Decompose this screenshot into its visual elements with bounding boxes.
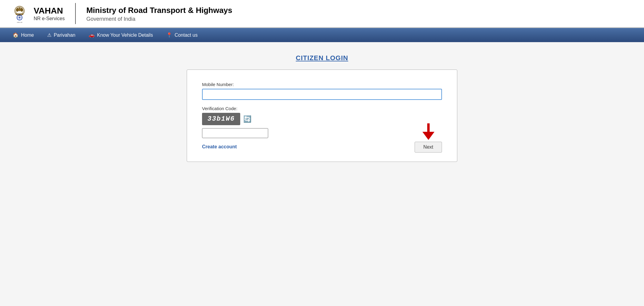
login-card: Mobile Number: Verification Code: 33b1W6… [187, 70, 457, 162]
vahan-brand: VAHAN NR e-Services [34, 6, 65, 21]
logo-area: सत्यमेव जयते VAHAN NR e-Services [9, 3, 65, 24]
verification-group: Verification Code: 33b1W6 🔄 [202, 106, 442, 138]
nav-contact-label: Contact us [175, 32, 198, 38]
ministry-info: Ministry of Road Transport & Highways Go… [86, 5, 232, 22]
home-icon: 🏠 [13, 32, 19, 38]
captcha-row: 33b1W6 🔄 [202, 113, 442, 125]
mobile-label: Mobile Number: [202, 82, 442, 87]
nav-contact[interactable]: 📍 Contact us [160, 28, 204, 42]
form-footer: Create account Next [202, 144, 442, 150]
next-button[interactable]: Next [415, 142, 442, 153]
create-account-link[interactable]: Create account [202, 144, 237, 150]
svg-rect-5 [16, 14, 23, 15]
header: सत्यमेव जयते VAHAN NR e-Services Ministr… [0, 0, 644, 28]
refresh-captcha-icon[interactable]: 🔄 [243, 115, 251, 123]
nav-home-label: Home [21, 32, 34, 38]
nav-vehicle-details[interactable]: 🚗 Know Your Vehicle Details [82, 28, 160, 42]
header-divider [75, 3, 76, 24]
nav-parivahan[interactable]: ⚠ Parivahan [41, 28, 82, 42]
vahan-subtitle: NR e-Services [34, 16, 65, 21]
next-area: Next [415, 123, 442, 153]
nav-parivahan-label: Parivahan [54, 32, 75, 38]
mobile-group: Mobile Number: [202, 82, 442, 100]
vahan-title: VAHAN [34, 6, 65, 16]
captcha-display: 33b1W6 [202, 113, 240, 125]
main-content: CITIZEN LOGIN Mobile Number: Verificatio… [0, 42, 644, 174]
mobile-input[interactable] [202, 89, 442, 100]
svg-marker-14 [422, 132, 434, 140]
page-title: CITIZEN LOGIN [296, 54, 348, 62]
nav-home[interactable]: 🏠 Home [6, 28, 41, 42]
navbar: 🏠 Home ⚠ Parivahan 🚗 Know Your Vehicle D… [0, 28, 644, 42]
captcha-input[interactable] [202, 128, 268, 138]
down-arrow-icon [421, 123, 436, 140]
emblem-icon: सत्यमेव जयते [9, 3, 30, 24]
verification-label: Verification Code: [202, 106, 442, 111]
car-icon: 🚗 [89, 32, 95, 38]
govt-subtitle: Government of India [86, 16, 232, 22]
svg-point-4 [18, 8, 21, 11]
parivahan-icon: ⚠ [47, 32, 51, 38]
nav-vehicle-label: Know Your Vehicle Details [97, 32, 153, 38]
location-icon: 📍 [166, 32, 172, 38]
svg-text:सत्यमेव जयते: सत्यमेव जयते [17, 22, 23, 23]
ministry-title: Ministry of Road Transport & Highways [86, 5, 232, 16]
